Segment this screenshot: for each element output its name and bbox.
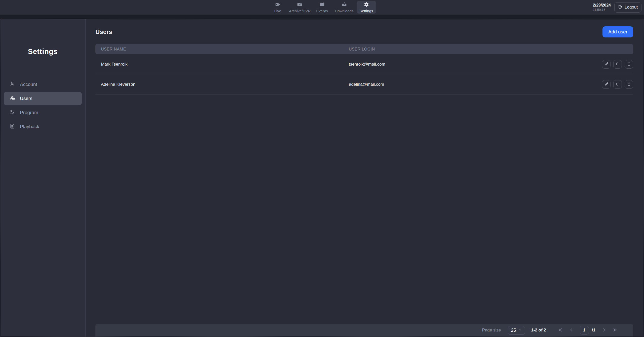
tab-downloads[interactable]: Downloads <box>334 1 354 14</box>
first-page-button[interactable] <box>558 327 563 333</box>
copy-user-button[interactable] <box>613 80 622 89</box>
sidebar-item-label: Users <box>20 96 32 101</box>
tab-label: Events <box>316 9 328 13</box>
main-content: Users Add user USER NAME USER LOGIN Mark… <box>86 19 643 336</box>
app-window: Live Archive/DVR Events Downloads <box>0 0 644 337</box>
total-pages-label: /1 <box>592 328 595 333</box>
topbar-separator <box>0 15 644 19</box>
chevron-right-icon <box>601 327 607 333</box>
trash-icon <box>627 62 631 67</box>
sidebar-item-label: Playback <box>20 124 39 129</box>
table-header: USER NAME USER LOGIN <box>95 44 633 54</box>
chevron-down-icon <box>518 328 522 333</box>
chevron-left-icon <box>569 327 574 333</box>
edit-user-button[interactable] <box>602 60 611 69</box>
pagination-bar: Page size 25 1-2 of 2 <box>95 324 633 336</box>
app-body: Settings Account Users <box>0 19 644 337</box>
gear-icon <box>364 2 369 8</box>
user-name-cell: Adelina Kleverson <box>95 82 349 87</box>
next-page-button[interactable] <box>601 327 607 333</box>
user-name-cell: Mark Tsenrolk <box>95 62 349 67</box>
user-login-cell-wrap: tsenrolk@mail.com <box>349 60 633 69</box>
delete-user-button[interactable] <box>625 60 633 69</box>
double-chevron-right-icon <box>613 327 618 333</box>
copy-icon <box>616 82 620 87</box>
top-nav-bar: Live Archive/DVR Events Downloads <box>0 0 644 15</box>
tab-label: Downloads <box>335 9 353 13</box>
column-header-user-name: USER NAME <box>95 47 349 52</box>
row-actions <box>602 80 633 89</box>
last-page-button[interactable] <box>613 327 618 333</box>
table-row: Mark Tsenrolk tsenrolk@mail.com <box>95 54 633 74</box>
current-page-box[interactable]: 1 <box>580 326 589 334</box>
tab-label: Live <box>274 9 281 13</box>
user-login-cell: adelina@mail.com <box>349 82 384 87</box>
current-time: 11:50:16 <box>593 8 611 12</box>
user-icon <box>9 81 15 88</box>
row-actions <box>602 60 633 69</box>
tab-live[interactable]: Live <box>268 1 288 14</box>
pagination-range: 1-2 of 2 <box>531 328 546 333</box>
pagination-controls: 1 /1 <box>558 326 618 334</box>
pencil-icon <box>604 82 609 87</box>
logout-icon <box>618 5 623 10</box>
sidebar-item-playback[interactable]: Playback <box>4 120 82 133</box>
current-date: 2/29/2024 <box>593 3 611 8</box>
edit-user-button[interactable] <box>602 80 611 89</box>
previous-page-button[interactable] <box>569 327 574 333</box>
sidebar-item-account[interactable]: Account <box>4 78 82 91</box>
trash-icon <box>627 82 631 87</box>
tab-label: Settings <box>359 9 373 13</box>
user-login-cell-wrap: adelina@mail.com <box>349 80 633 89</box>
tab-settings[interactable]: Settings <box>357 1 376 14</box>
table-row: Adelina Kleverson adelina@mail.com <box>95 74 633 94</box>
sidebar-item-users[interactable]: Users <box>4 92 82 105</box>
tab-events[interactable]: Events <box>312 1 332 14</box>
logout-label: Logout <box>625 5 638 10</box>
nav-tabs: Live Archive/DVR Events Downloads <box>268 0 376 15</box>
topbar-right-cluster: 2/29/2024 11:50:16 Logout <box>593 0 641 15</box>
tab-label: Archive/DVR <box>289 9 311 13</box>
column-header-user-login: USER LOGIN <box>349 47 633 52</box>
page-size-select[interactable]: 25 <box>508 326 525 335</box>
user-plus-icon <box>9 95 15 102</box>
sidebar-item-label: Account <box>20 82 37 87</box>
logout-button[interactable]: Logout <box>614 2 641 13</box>
calendar-icon <box>319 2 325 8</box>
page-size-label: Page size <box>482 328 501 333</box>
add-user-button[interactable]: Add user <box>602 26 633 37</box>
document-icon <box>9 123 15 130</box>
download-tray-icon <box>342 2 347 8</box>
copy-user-button[interactable] <box>613 60 622 69</box>
sliders-icon <box>9 109 15 116</box>
sidebar-item-label: Program <box>20 110 38 115</box>
sidebar-title: Settings <box>1 47 85 56</box>
delete-user-button[interactable] <box>625 80 633 89</box>
double-chevron-left-icon <box>558 327 563 333</box>
sidebar-item-program[interactable]: Program <box>4 106 82 119</box>
tab-archive-dvr[interactable]: Archive/DVR <box>290 1 310 14</box>
page-title: Users <box>95 28 112 35</box>
main-header: Users Add user <box>95 26 633 37</box>
page-size-value: 25 <box>511 328 516 333</box>
folder-play-icon <box>297 2 303 8</box>
datetime-display: 2/29/2024 11:50:16 <box>593 3 611 12</box>
sidebar-menu: Account Users Program <box>1 78 85 133</box>
settings-sidebar: Settings Account Users <box>1 19 86 336</box>
pencil-icon <box>604 62 609 67</box>
user-login-cell: tsenrolk@mail.com <box>349 62 385 67</box>
video-camera-icon <box>275 2 281 8</box>
copy-icon <box>616 62 620 67</box>
